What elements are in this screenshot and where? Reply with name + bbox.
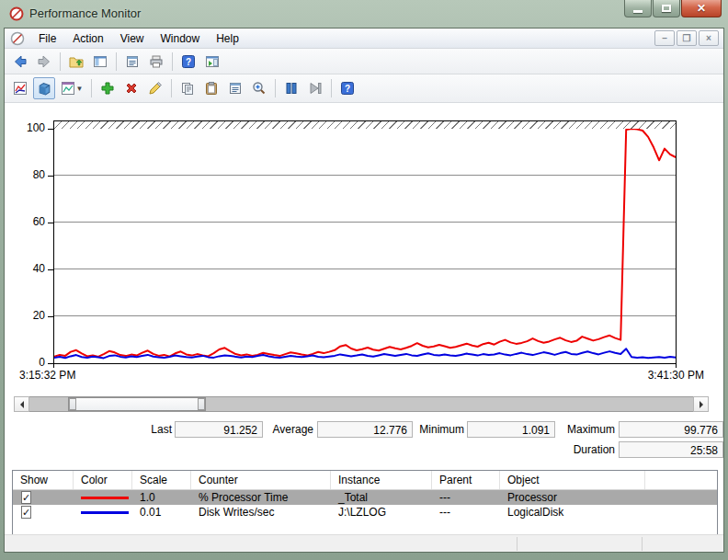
help-button-2[interactable]: ? xyxy=(336,77,358,99)
minimum-label: Minimum xyxy=(394,423,464,438)
color-swatch xyxy=(81,511,129,514)
menu-action[interactable]: Action xyxy=(64,29,111,48)
update-data-button[interactable] xyxy=(304,77,326,99)
view-current-activity-button[interactable] xyxy=(9,77,31,99)
step-forward-icon xyxy=(308,81,323,96)
last-label: Last xyxy=(106,423,172,438)
add-counter-button[interactable] xyxy=(97,77,119,99)
maximize-button[interactable] xyxy=(653,0,680,17)
properties-button-2[interactable] xyxy=(224,77,246,99)
column-header-scale[interactable]: Scale xyxy=(132,471,191,489)
svg-text:?: ? xyxy=(345,84,350,94)
up-one-level-button[interactable] xyxy=(65,51,87,73)
paste-clipboard-icon xyxy=(204,81,219,96)
folder-up-icon xyxy=(69,54,84,69)
close-icon: ✕ xyxy=(697,2,706,15)
show-hide-console-tree-button[interactable] xyxy=(89,51,111,73)
copy-properties-button[interactable] xyxy=(176,77,199,99)
time-range-scrollbar[interactable] xyxy=(14,396,709,412)
duration-value: 25:58 xyxy=(619,441,723,458)
menu-window[interactable]: Window xyxy=(153,29,209,48)
show-checkbox[interactable]: ✓ xyxy=(21,506,31,519)
freeze-display-button[interactable] xyxy=(280,77,302,99)
y-axis-tick xyxy=(48,363,53,364)
forward-arrow-icon xyxy=(37,54,51,69)
minimize-button[interactable] xyxy=(624,0,652,17)
highlight-button[interactable] xyxy=(144,77,166,99)
duration-label: Duration xyxy=(541,443,615,458)
menu-view[interactable]: View xyxy=(112,29,153,48)
zoom-button[interactable] xyxy=(248,77,270,99)
chart-plot-area[interactable] xyxy=(53,129,677,364)
help-icon: ? xyxy=(181,54,196,69)
instance-cell: J:\LZLOG xyxy=(331,506,432,519)
parent-cell: --- xyxy=(432,506,500,519)
y-axis-label: 60 xyxy=(8,215,45,228)
child-close-button[interactable]: × xyxy=(699,30,719,46)
column-header-object[interactable]: Object xyxy=(500,471,645,489)
column-header-color[interactable]: Color xyxy=(74,471,132,489)
properties-icon xyxy=(125,54,140,69)
object-cell: LogicalDisk xyxy=(500,506,645,519)
scroll-right-button[interactable] xyxy=(693,396,709,412)
y-axis-label: 20 xyxy=(8,309,45,322)
time-range-track[interactable] xyxy=(29,396,693,412)
column-header-show[interactable]: Show xyxy=(13,471,74,489)
column-header-empty xyxy=(645,471,717,489)
pencil-icon xyxy=(148,81,163,96)
y-axis-tick xyxy=(48,316,53,317)
y-axis-label: 80 xyxy=(8,168,45,181)
scale-cell: 1.0 xyxy=(132,491,191,504)
range-end-grip[interactable] xyxy=(198,398,205,410)
copy-icon xyxy=(180,81,195,96)
table-row[interactable]: ✓ 0.01 Disk Writes/sec J:\LZLOG --- Logi… xyxy=(13,505,717,520)
paste-counter-list-button[interactable] xyxy=(200,77,222,99)
show-hide-action-pane-button[interactable] xyxy=(201,51,223,73)
back-button[interactable] xyxy=(9,51,31,73)
app-area: File Action View Window Help – ❐ × xyxy=(4,28,724,553)
menu-help[interactable]: Help xyxy=(208,29,247,48)
child-restore-button[interactable]: ❐ xyxy=(677,30,697,46)
view-log-data-button[interactable] xyxy=(33,77,55,99)
scroll-left-button[interactable] xyxy=(14,396,29,412)
average-label: Average xyxy=(245,423,313,438)
counter-table-header: Show Color Scale Counter Instance Parent… xyxy=(13,471,717,490)
action-pane-icon xyxy=(205,54,220,69)
chart-plot-svg xyxy=(54,129,676,362)
counter-cell: % Processor Time xyxy=(191,491,331,504)
graph-type-icon xyxy=(61,81,75,96)
properties-button[interactable] xyxy=(121,51,143,73)
column-header-parent[interactable]: Parent xyxy=(432,471,500,489)
time-range-thumb[interactable] xyxy=(68,397,206,411)
show-checkbox[interactable]: ✓ xyxy=(21,491,31,504)
menu-file[interactable]: File xyxy=(30,29,64,48)
column-header-counter[interactable]: Counter xyxy=(191,471,331,489)
svg-text:?: ? xyxy=(186,57,191,67)
x-axis-end-time: 3:41:30 PM xyxy=(631,369,704,382)
perfmon-app-icon xyxy=(9,6,24,21)
parent-cell: --- xyxy=(432,491,500,504)
console-tree-icon xyxy=(93,54,108,69)
range-start-grip[interactable] xyxy=(69,398,76,410)
window-title: Performance Monitor xyxy=(29,6,141,20)
table-row[interactable]: ✓ 1.0 % Processor Time _Total --- Proces… xyxy=(13,490,717,505)
counter-cell: Disk Writes/sec xyxy=(191,506,331,519)
title-bar[interactable]: Performance Monitor ✕ xyxy=(0,0,728,28)
mmc-toolbar: ? xyxy=(5,49,723,74)
x-axis-tick xyxy=(53,364,54,368)
y-axis-label: 100 xyxy=(8,121,45,134)
child-minimize-button[interactable]: – xyxy=(654,30,675,46)
help-button[interactable]: ? xyxy=(177,51,199,73)
instance-cell: _Total xyxy=(331,491,432,504)
forward-button[interactable] xyxy=(33,51,55,73)
x-axis-start-time: 3:15:32 PM xyxy=(19,369,75,382)
status-bar xyxy=(5,534,723,552)
column-header-instance[interactable]: Instance xyxy=(331,471,432,489)
status-separator xyxy=(517,537,518,551)
dropdown-arrow-icon: ▼ xyxy=(76,85,84,93)
printer-icon xyxy=(149,54,164,69)
print-button[interactable] xyxy=(145,51,167,73)
close-button[interactable]: ✕ xyxy=(681,0,722,17)
delete-counter-button[interactable] xyxy=(120,77,142,99)
change-graph-type-button[interactable]: ▼ xyxy=(57,77,86,99)
